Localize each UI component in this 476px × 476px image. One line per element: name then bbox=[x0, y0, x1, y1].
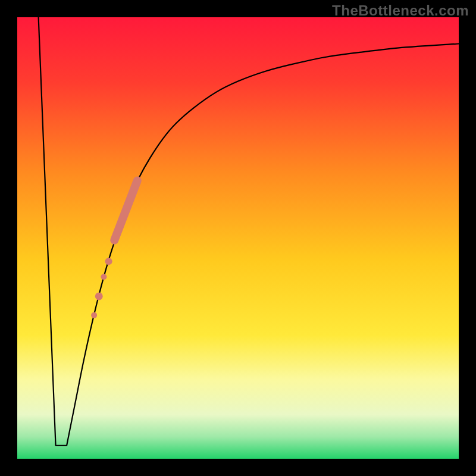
highlight-dot bbox=[91, 312, 97, 318]
highlight-dot bbox=[101, 274, 107, 280]
frame-border bbox=[0, 459, 476, 476]
highlight-dot bbox=[95, 292, 103, 300]
watermark-text: TheBottleneck.com bbox=[332, 2, 469, 19]
frame-border bbox=[459, 0, 476, 476]
frame-border bbox=[0, 0, 17, 476]
chart-svg bbox=[0, 0, 476, 476]
highlight-dot bbox=[105, 258, 112, 265]
chart-container: TheBottleneck.com bbox=[0, 0, 476, 476]
plot-background bbox=[17, 17, 459, 459]
